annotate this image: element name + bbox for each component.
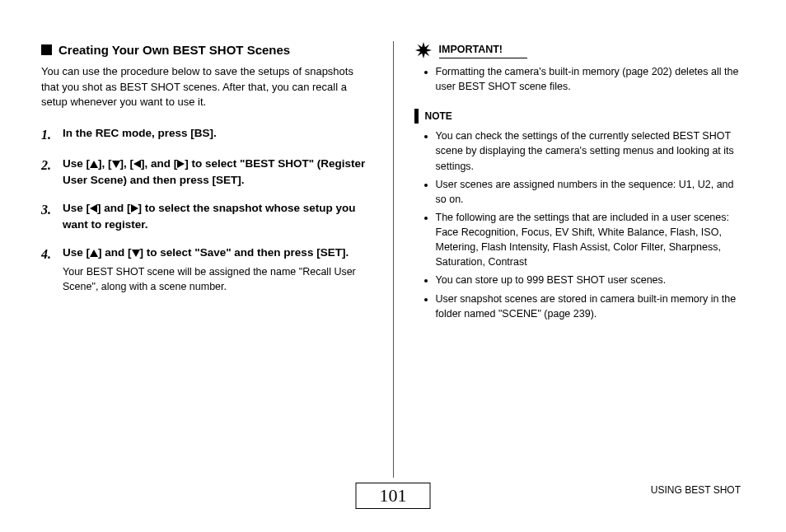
step-body: Use [] and [] to select "Save" and then … (63, 245, 372, 294)
step-instruction: In the REC mode, press [BS]. (63, 127, 217, 139)
triangle-right-icon (131, 204, 138, 212)
footer-section-name: USING BEST SHOT (651, 484, 741, 496)
step-item: 2. Use [], [], [], and [] to select "BES… (41, 156, 372, 189)
important-label: IMPORTANT! (439, 42, 528, 58)
note-bar-icon (414, 109, 419, 124)
list-item: Formatting the camera's built-in memory … (436, 64, 746, 94)
step-item: 1. In the REC mode, press [BS]. (41, 125, 372, 144)
triangle-down-icon (132, 250, 140, 257)
triangle-up-icon (90, 161, 98, 168)
triangle-left-icon (133, 160, 141, 168)
list-item: User scenes are assigned numbers in the … (436, 177, 746, 207)
important-list: Formatting the camera's built-in memory … (414, 64, 746, 94)
right-column: IMPORTANT! Formatting the camera's built… (394, 41, 746, 478)
list-item-text: The following are the settings that are … (436, 212, 729, 223)
list-item: You can store up to 999 BEST SHOT user s… (436, 273, 746, 287)
important-heading: IMPORTANT! (414, 41, 746, 59)
step-body: Use [] and [] to select the snapshot who… (63, 200, 372, 233)
page-number: 101 (356, 483, 431, 509)
note-label: NOTE (425, 110, 452, 124)
step-number: 1. (41, 125, 56, 144)
left-column: Creating Your Own BEST SHOT Scenes You c… (41, 41, 394, 478)
steps-list: 1. In the REC mode, press [BS]. 2. Use [… (41, 125, 372, 294)
triangle-up-icon (90, 250, 98, 257)
list-item: User snapshot scenes are stored in camer… (436, 292, 746, 321)
step-number: 4. (41, 245, 56, 294)
list-item: You can check the settings of the curren… (436, 128, 746, 173)
step-item: 4. Use [] and [] to select "Save" and th… (41, 245, 372, 294)
step-instruction: Use [] and [] to select "Save" and then … (63, 246, 349, 259)
square-bullet-icon (41, 44, 52, 55)
step-body: Use [], [], [], and [] to select "BEST S… (63, 156, 372, 189)
svg-marker-0 (414, 42, 431, 58)
step-instruction: Use [], [], [], and [] to select "BEST S… (63, 157, 365, 186)
step-subtext: Your BEST SHOT scene will be assigned th… (63, 264, 372, 294)
triangle-down-icon (112, 161, 120, 168)
triangle-left-icon (90, 204, 97, 212)
triangle-right-icon (177, 160, 185, 168)
step-number: 2. (41, 156, 56, 189)
starburst-icon (414, 41, 433, 59)
list-item: The following are the settings that are … (436, 210, 746, 270)
step-item: 3. Use [] and [] to select the snapshot … (41, 200, 372, 233)
section-heading: Creating Your Own BEST SHOT Scenes (41, 41, 372, 59)
step-instruction: Use [] and [] to select the snapshot who… (63, 202, 356, 231)
note-list: You can check the settings of the curren… (414, 128, 746, 321)
page-content: Creating Your Own BEST SHOT Scenes You c… (0, 0, 786, 478)
page-footer: 101 USING BEST SHOT (0, 483, 786, 516)
step-number: 3. (41, 200, 56, 233)
intro-text: You can use the procedure below to save … (41, 64, 372, 111)
heading-text: Creating Your Own BEST SHOT Scenes (58, 41, 290, 59)
step-body: In the REC mode, press [BS]. (63, 125, 372, 144)
note-heading: NOTE (414, 109, 746, 124)
list-item-subtext: Face Recognition, Focus, EV Shift, White… (436, 225, 746, 269)
